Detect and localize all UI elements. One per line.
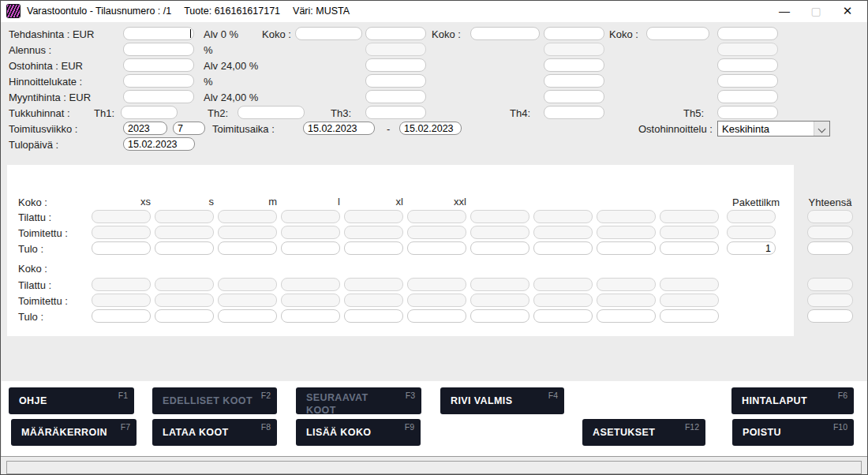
koko-group-3-value-input-4[interactable] xyxy=(717,74,778,88)
ostohinta-alv-label: Alv 24,00 % xyxy=(204,59,258,73)
function-button-ohje[interactable]: OHJEF1 xyxy=(9,387,134,414)
grid-g2-tulo-cell-9[interactable] xyxy=(597,309,656,323)
grid-g1-tulo-cell-8[interactable] xyxy=(533,241,593,255)
koko-group-1-size-input[interactable] xyxy=(295,27,362,40)
toimitusaika-to-input[interactable] xyxy=(399,122,462,135)
th3-input[interactable] xyxy=(365,106,426,119)
hinnoittelukate-label: Hinnoittelukate : xyxy=(9,75,82,88)
koko-group-1-value-input-4[interactable] xyxy=(365,74,426,88)
size-header-l: l xyxy=(281,196,340,208)
grid-g2-tilattu-cell-6 xyxy=(407,278,466,291)
function-button-label: RIVI VALMIS xyxy=(451,395,512,406)
grid-g1-tulo-cell-2[interactable] xyxy=(155,241,214,255)
grid-g1-tulo-cell-3[interactable] xyxy=(218,241,277,255)
grid-g2-toimitettu-yhteensa-input xyxy=(807,294,853,307)
function-button-asetukset[interactable]: ASETUKSETF12 xyxy=(582,419,705,446)
koko-group-2-value-input-2 xyxy=(544,43,604,56)
grid-g1-toimitettu-yhteensa-input xyxy=(807,226,853,239)
grid-g2-tulo-cell-7[interactable] xyxy=(470,309,529,323)
function-key-badge: F9 xyxy=(405,422,414,432)
koko-group-3-value-input-3[interactable] xyxy=(717,58,778,72)
title-part-order: Varastoontulo - Tilausnumero : /1 xyxy=(27,6,171,17)
grid-g2-tilattu-cell-3 xyxy=(218,278,277,291)
grid-g1-tulo-cell-10[interactable] xyxy=(660,241,719,255)
koko-group-3-value-input-5[interactable] xyxy=(717,90,778,103)
function-button-lataa-koot[interactable]: LATAA KOOTF8 xyxy=(152,419,277,446)
function-button-label: HINTALAPUT xyxy=(742,395,807,406)
grid-g1-tilattu-cell-8 xyxy=(533,210,593,223)
grid-g2-tulo-cell-3[interactable] xyxy=(218,309,277,323)
myyntihinta-input[interactable] xyxy=(123,90,194,103)
grid-g1-tulo-pakettilkm-input[interactable] xyxy=(727,241,776,255)
koko-group-2-value-input-5[interactable] xyxy=(544,90,604,103)
grid-g2-tulo-cell-5[interactable] xyxy=(344,309,403,323)
function-key-badge: F4 xyxy=(548,391,558,400)
grid-g2-tilattu-cell-7 xyxy=(470,278,529,291)
th3-label: Th3: xyxy=(331,107,351,120)
koko-group-1-value-input-3[interactable] xyxy=(365,58,426,72)
grid-g1-tulo-cell-7[interactable] xyxy=(470,241,529,255)
tehdashinta-input[interactable] xyxy=(123,27,194,40)
grid-g1-tilattu-cell-7 xyxy=(470,210,529,223)
text-caret xyxy=(190,29,191,38)
status-message-well xyxy=(6,461,862,474)
toimitusviikko-year-input[interactable] xyxy=(123,122,167,135)
grid-g2-tulo-cell-10[interactable] xyxy=(660,309,719,323)
koko-group-1-value-input-2 xyxy=(365,43,426,56)
function-button-hintalaput[interactable]: HINTALAPUTF6 xyxy=(731,387,854,414)
koko-group-2-value-input-3[interactable] xyxy=(544,58,604,72)
grid-g1-tulo-cell-5[interactable] xyxy=(344,241,403,255)
grid-g2-tulo-cell-6[interactable] xyxy=(407,309,466,323)
grid-g1-tulo-cell-1[interactable] xyxy=(92,241,151,255)
grid-g1-tulo-yhteensa-input[interactable] xyxy=(807,241,853,255)
th5-input[interactable] xyxy=(717,106,778,119)
function-key-badge: F7 xyxy=(121,422,130,432)
grid-g2-tulo-cell-2[interactable] xyxy=(155,309,214,323)
function-button-lisaa-koko[interactable]: LISÄÄ KOKOF9 xyxy=(296,419,421,446)
function-button-seuraavat-koot: SEURAAVAT KOOTF3 xyxy=(296,387,421,414)
grid-g2-tulo-cell-8[interactable] xyxy=(533,309,593,323)
grid-g2-tulo-cell-4[interactable] xyxy=(281,309,340,323)
ostohinnoittelu-dropdown-button[interactable] xyxy=(814,122,829,136)
koko-group-2-value-input-4[interactable] xyxy=(544,74,604,88)
koko-group-3-value-input-1[interactable] xyxy=(717,27,778,40)
th4-input[interactable] xyxy=(544,106,604,119)
grid-g2-toimitettu-cell-5 xyxy=(344,294,403,307)
close-button[interactable]: ✕ xyxy=(834,1,861,21)
koko-group-1-value-input-1[interactable] xyxy=(365,27,426,40)
koko-group-3-size-input[interactable] xyxy=(646,27,709,40)
function-button-rivi-valmis[interactable]: RIVI VALMISF4 xyxy=(440,387,564,414)
tulopaiva-input[interactable] xyxy=(123,137,195,151)
th2-input[interactable] xyxy=(238,106,305,119)
grid-g1-tulo-cell-4[interactable] xyxy=(281,241,340,255)
grid-g2-tulo-cell-1[interactable] xyxy=(92,309,151,323)
th1-label: Th1: xyxy=(94,107,114,120)
grid-g1-toimitettu-cell-1 xyxy=(92,226,151,239)
function-button-poistu[interactable]: POISTUF10 xyxy=(732,419,854,446)
minimize-button[interactable]: — xyxy=(771,1,798,21)
hinnoittelukate-input[interactable] xyxy=(123,74,194,88)
th1-input[interactable] xyxy=(121,106,178,119)
grid-g1-toimitettu-cell-4 xyxy=(281,226,340,239)
th2-label: Th2: xyxy=(208,107,228,120)
toimitusviikko-week-input[interactable] xyxy=(173,122,205,135)
function-key-badge: F3 xyxy=(406,391,415,400)
alennus-input[interactable] xyxy=(123,43,194,56)
grid-g2-tulo-yhteensa-input[interactable] xyxy=(807,309,853,323)
grid-g1-tulo-cell-9[interactable] xyxy=(597,241,656,255)
function-button-maarakerroin[interactable]: MÄÄRÄKERROINF7 xyxy=(11,419,137,446)
ostohinta-input[interactable] xyxy=(123,58,194,72)
koko-group-1-value-input-5[interactable] xyxy=(365,90,426,103)
ostohinnoittelu-select[interactable]: Keskihinta xyxy=(717,121,830,137)
yhteensa-header: Yhteensä xyxy=(799,196,861,209)
koko-group-2-value-input-1[interactable] xyxy=(544,27,604,40)
grid-g2-toimitettu-cell-2 xyxy=(155,294,214,307)
toimitusaika-from-input[interactable] xyxy=(303,122,375,135)
title-part-color: Väri: MUSTA xyxy=(293,6,350,17)
grid-g1-toimitettu-cell-2 xyxy=(155,226,214,239)
alennus-label: Alennus : xyxy=(9,43,51,57)
koko-group-2-size-input[interactable] xyxy=(470,27,540,40)
grid-g1-tulo-cell-6[interactable] xyxy=(407,241,466,255)
myyntihinta-label: Myyntihinta : EUR xyxy=(9,91,91,104)
grid-g2-toimitettu-cell-6 xyxy=(407,294,466,307)
